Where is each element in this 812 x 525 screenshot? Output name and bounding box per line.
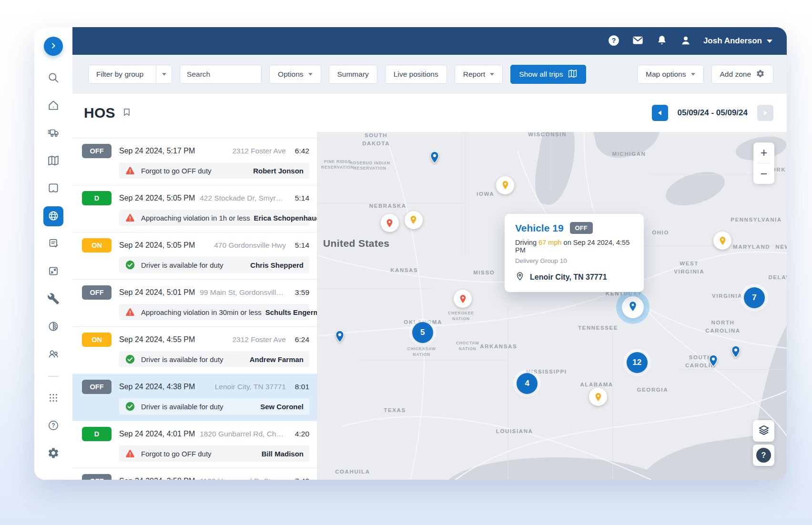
zoom-out-button[interactable]: − (753, 163, 774, 184)
event-datetime: Sep 24 2024, 4:55 PM (119, 335, 195, 344)
list-item[interactable]: D Sep 24 2024, 5:05 PM 422 Stockade Dr, … (72, 185, 317, 232)
next-date-button[interactable] (757, 105, 773, 121)
sidebar-item-logs[interactable] (47, 238, 60, 250)
map[interactable]: United States SOUTH DAKOTAWISCONSINMICHI… (317, 132, 787, 480)
layers-button[interactable] (753, 420, 774, 442)
sidebar-item-vehicles[interactable] (47, 127, 60, 140)
map-label: SOUTH DAKOTA (362, 132, 390, 148)
sidebar-item-bookmarks[interactable] (47, 182, 60, 195)
bookmark-tab-icon (47, 182, 60, 196)
event-duration: 5:14 (292, 194, 309, 202)
map-help-button[interactable]: ? (753, 444, 774, 466)
map-pin-blue[interactable] (333, 329, 347, 345)
map-cluster[interactable]: 4 (517, 373, 538, 394)
map-pin-blue[interactable] (729, 344, 743, 361)
map-label: PINE RIDGE RESERVATION (321, 159, 354, 171)
map-cluster[interactable]: 5 (412, 322, 433, 343)
list-item[interactable]: ON Sep 24 2024, 5:05 PM 470 Gordonsville… (72, 232, 317, 279)
warning-icon (125, 448, 135, 459)
map-pin-amber[interactable] (405, 211, 423, 229)
globe-icon (47, 210, 60, 223)
map-label: CHOCTAW NATION (456, 341, 479, 353)
sidebar-item-search[interactable] (47, 72, 60, 84)
event-address: 422 Stockade Dr, Smyrna, TN 37... (195, 194, 286, 202)
filter-by-group-button[interactable]: Filter by group (88, 65, 172, 84)
page-header: HOS 05/09/24 - 05/09/24 (72, 94, 787, 132)
map-pin-blue[interactable] (706, 353, 721, 370)
notifications-button[interactable] (656, 34, 668, 48)
add-zone-button[interactable]: Add zone (711, 65, 774, 84)
status-badge: D (82, 191, 112, 205)
vehicle-popup: Vehicle 19 OFF Driving 67 mph on Sep 24 … (505, 214, 644, 292)
show-all-trips-label: Show all trips (519, 70, 563, 79)
report-button[interactable]: Report (455, 65, 503, 84)
sidebar-item-home[interactable] (47, 100, 60, 112)
bookmark-icon[interactable] (122, 106, 132, 120)
search-icon (47, 71, 60, 85)
map-label: OHIO (652, 229, 669, 237)
options-label: Options (278, 70, 303, 79)
map-label: NORTH CAROLINA (705, 319, 741, 335)
sidebar-item-users[interactable] (47, 348, 60, 361)
summary-button[interactable]: Summary (329, 65, 377, 84)
list-item[interactable]: OFF Sep 24 2024, 5:17 PM 2312 Foster Ave… (72, 138, 317, 185)
truck-icon (47, 127, 60, 141)
user-menu[interactable]: Josh Anderson (703, 36, 772, 46)
list-item[interactable]: OFF Sep 24 2024, 4:38 PM Lenoir City, TN… (72, 374, 317, 421)
show-all-trips-button[interactable]: Show all trips (510, 65, 586, 84)
sidebar-expand-button[interactable] (44, 37, 63, 56)
previous-date-button[interactable] (652, 105, 668, 121)
date-range: 05/09/24 - 05/09/24 (678, 108, 748, 118)
map-label: MARYLAND (733, 243, 770, 252)
vehicle-link[interactable]: Vehicle 19 (515, 222, 564, 234)
sidebar-item-maintenance[interactable] (47, 293, 60, 305)
map-label: NEW (775, 243, 787, 252)
event-duration: 4:20 (292, 430, 309, 438)
sidebar-item-map[interactable] (47, 155, 60, 167)
live-positions-button[interactable]: Live positions (385, 65, 447, 84)
event-address: 2312 Foster Ave (227, 147, 286, 155)
pie-chart-icon (47, 320, 60, 334)
question-icon: ? (756, 448, 771, 463)
map-pin-amber[interactable] (496, 176, 514, 194)
map-pin-red[interactable] (454, 290, 472, 308)
wrench-icon (47, 293, 60, 306)
bell-icon (656, 34, 668, 48)
event-note: Approaching violation in 30min or less (141, 308, 262, 316)
sidebar: ? (34, 27, 72, 480)
chevron-down-icon[interactable] (156, 65, 172, 83)
sidebar-item-apps[interactable] (47, 392, 60, 404)
event-duration: 5:14 (292, 241, 309, 250)
sidebar-item-tracking[interactable] (43, 206, 63, 226)
filter-by-group-label: Filter by group (89, 65, 151, 83)
help-button[interactable]: ? (608, 34, 620, 48)
list-item[interactable]: D Sep 24 2024, 4:01 PM 1820 Gunbarrel Rd… (72, 421, 317, 468)
list-item[interactable]: OFF Sep 24 2024, 5:01 PM 99 Main St, Gor… (72, 279, 317, 326)
profile-button[interactable] (680, 34, 692, 48)
search-input[interactable] (180, 65, 262, 84)
map-cluster[interactable]: 7 (744, 287, 765, 308)
event-note: Driver is available for duty (141, 261, 223, 269)
list-item[interactable]: OFF Sep 24 2024, 3:58 PM 1100 Hammond Dr… (72, 468, 317, 480)
map-label: TEXAS (384, 407, 406, 415)
map-pin-blue[interactable] (427, 150, 442, 166)
event-datetime: Sep 24 2024, 4:01 PM (119, 430, 195, 438)
chevron-down-icon (767, 38, 772, 45)
sidebar-item-help[interactable]: ? (47, 420, 60, 432)
map-options-button[interactable]: Map options (637, 65, 703, 84)
map-pin-amber[interactable] (589, 388, 607, 406)
sidebar-item-settings[interactable] (47, 447, 60, 460)
event-note: Forgot to go OFF duty (141, 450, 212, 458)
messages-button[interactable] (631, 34, 644, 48)
sidebar-item-reports[interactable] (47, 321, 60, 333)
vehicle-location: Lenoir City, TN 37771 (530, 273, 607, 282)
options-button[interactable]: Options (269, 65, 321, 84)
selected-vehicle-marker[interactable] (622, 296, 644, 318)
map-pin-amber[interactable] (713, 232, 731, 250)
map-pin-red[interactable] (381, 214, 399, 232)
map-cluster[interactable]: 12 (627, 352, 648, 373)
sidebar-item-collapse-view[interactable] (47, 265, 60, 278)
list-item[interactable]: ON Sep 24 2024, 4:55 PM 2312 Foster Ave … (72, 326, 317, 374)
zoom-in-button[interactable]: + (753, 142, 774, 163)
event-note: Driver is available for duty (141, 355, 223, 363)
